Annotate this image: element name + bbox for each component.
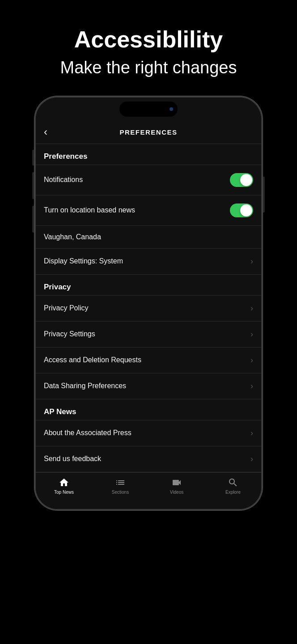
feedback-label: Send us feedback: [44, 455, 101, 463]
dynamic-island-dot: [170, 107, 173, 111]
location-value: Vaughan, Canada: [44, 233, 101, 241]
list-item-location: Vaughan, Canada: [36, 226, 261, 249]
home-icon: [59, 477, 69, 488]
nav-bar: ‹ PREFERENCES: [36, 121, 261, 144]
search-icon: [228, 477, 238, 488]
privacy-policy-label: Privacy Policy: [44, 304, 89, 312]
hero-subtitle: Make the right changes: [13, 58, 284, 78]
tab-top-news[interactable]: Top News: [48, 477, 80, 495]
phone-button-power: [263, 177, 265, 212]
phone-button-vol-up: [32, 172, 34, 199]
tab-videos-label: Videos: [170, 490, 183, 495]
section-header-privacy: Privacy: [36, 275, 261, 296]
privacy-policy-chevron: ›: [250, 304, 253, 313]
list-item-notifications[interactable]: Notifications: [36, 165, 261, 195]
about-ap-label: About the Associated Press: [44, 429, 132, 437]
list-item-data-sharing[interactable]: Data Sharing Preferences ›: [36, 373, 261, 399]
feedback-chevron: ›: [250, 454, 253, 464]
tab-sections-label: Sections: [112, 490, 129, 495]
list-item-location-news[interactable]: Turn on location based news: [36, 195, 261, 226]
section-header-preferences: Preferences: [36, 144, 261, 165]
phone-wrapper: ‹ PREFERENCES Preferences Notifications …: [34, 96, 263, 510]
privacy-settings-chevron: ›: [250, 330, 253, 339]
phone-button-mute: [32, 150, 34, 165]
list-icon: [115, 477, 126, 488]
tab-videos[interactable]: Videos: [161, 477, 192, 495]
phone-inner: ‹ PREFERENCES Preferences Notifications …: [36, 97, 261, 509]
display-settings-label: Display Settings: System: [44, 257, 123, 265]
phone-frame: ‹ PREFERENCES Preferences Notifications …: [34, 96, 263, 510]
list-item-privacy-settings[interactable]: Privacy Settings ›: [36, 322, 261, 347]
section-header-ap-news: AP News: [36, 399, 261, 420]
access-deletion-chevron: ›: [250, 356, 253, 365]
data-sharing-chevron: ›: [250, 381, 253, 391]
about-ap-chevron: ›: [250, 428, 253, 438]
access-deletion-label: Access and Deletion Requests: [44, 356, 141, 364]
hero-title: Accessiblility: [13, 27, 284, 52]
content-area: Preferences Notifications Turn on locati…: [36, 144, 261, 472]
location-news-label: Turn on location based news: [44, 206, 135, 214]
display-settings-chevron: ›: [250, 257, 253, 266]
back-button[interactable]: ‹: [44, 126, 47, 138]
list-item-display-settings[interactable]: Display Settings: System ›: [36, 249, 261, 275]
tab-top-news-label: Top News: [54, 490, 74, 495]
location-news-toggle[interactable]: [230, 203, 253, 217]
list-item-access-deletion[interactable]: Access and Deletion Requests ›: [36, 347, 261, 373]
privacy-settings-label: Privacy Settings: [44, 330, 95, 338]
dynamic-island: [119, 102, 178, 117]
hero-section: Accessiblility Make the right changes: [0, 0, 297, 96]
list-item-privacy-policy[interactable]: Privacy Policy ›: [36, 296, 261, 322]
bottom-tab-bar: Top News Sections Videos: [36, 472, 261, 509]
phone-button-vol-down: [32, 206, 34, 233]
page-title: PREFERENCES: [119, 128, 177, 136]
tab-explore-label: Explore: [225, 490, 241, 495]
notifications-label: Notifications: [44, 176, 83, 184]
status-bar: [36, 97, 261, 121]
list-item-about-ap[interactable]: About the Associated Press ›: [36, 420, 261, 446]
tab-sections[interactable]: Sections: [105, 477, 136, 495]
tab-explore[interactable]: Explore: [217, 477, 249, 495]
list-item-feedback[interactable]: Send us feedback ›: [36, 446, 261, 472]
notifications-toggle[interactable]: [230, 173, 253, 187]
data-sharing-label: Data Sharing Preferences: [44, 382, 126, 390]
video-icon: [171, 477, 182, 488]
